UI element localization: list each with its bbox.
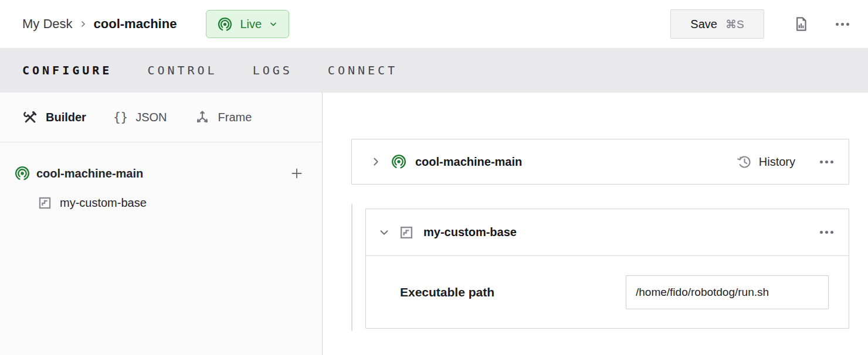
config-mode-tabs: Builder {} JSON Frame [0, 93, 322, 142]
broadcast-icon [217, 16, 233, 32]
broadcast-icon [391, 153, 407, 170]
tab-connect[interactable]: CONNECT [328, 63, 398, 77]
chevron-right-icon [79, 19, 88, 29]
tree-item-machine-part[interactable]: cool-machine-main [0, 159, 322, 188]
hammer-wrench-icon [22, 110, 38, 125]
mode-tab-json[interactable]: {} JSON [113, 110, 167, 124]
history-button-label: History [759, 155, 795, 169]
part-card-menu-button[interactable] [820, 161, 833, 163]
machine-parts-tree: cool-machine-main my-custom-base [0, 142, 322, 217]
machine-nav-tabs: CONFIGURE CONTROL LOGS CONNECT [0, 48, 868, 93]
executable-path-input[interactable] [626, 275, 829, 309]
expand-chevron-right-icon[interactable] [369, 155, 382, 168]
breadcrumb-parent[interactable]: My Desk [22, 16, 73, 32]
mode-tab-frame[interactable]: Frame [194, 109, 252, 125]
machine-report-button[interactable] [792, 15, 810, 33]
mode-tab-json-label: JSON [135, 111, 167, 124]
add-component-button[interactable] [289, 166, 304, 181]
component-card-body: Executable path [366, 256, 849, 328]
config-sidebar: Builder {} JSON Frame [0, 93, 323, 355]
mode-tab-builder[interactable]: Builder [22, 110, 86, 125]
save-shortcut-hint: ⌘S [725, 18, 744, 31]
tab-control[interactable]: CONTROL [147, 63, 217, 77]
configure-content: Builder {} JSON Frame [0, 93, 868, 355]
document-chart-icon [792, 15, 810, 33]
top-header: My Desk cool-machine Live Save ⌘S [0, 0, 868, 48]
component-card-title: my-custom-base [423, 226, 517, 239]
mode-tab-frame-label: Frame [218, 111, 252, 124]
tree-item-label: my-custom-base [60, 196, 147, 210]
collapse-chevron-down-icon[interactable] [378, 226, 391, 239]
ellipsis-icon [836, 23, 849, 26]
tab-logs[interactable]: LOGS [253, 63, 293, 77]
tree-item-label: cool-machine-main [36, 167, 143, 180]
save-button[interactable]: Save ⌘S [670, 9, 764, 39]
header-overflow-menu-button[interactable] [836, 23, 849, 26]
ellipsis-icon [820, 161, 833, 163]
tree-connector-line [351, 204, 352, 331]
frame-axes-icon [194, 109, 211, 125]
live-status-label: Live [240, 18, 262, 31]
broadcast-icon [14, 165, 30, 182]
live-status-dropdown[interactable]: Live [206, 10, 289, 38]
history-button[interactable]: History [737, 154, 795, 170]
base-icon [38, 196, 52, 210]
config-main-panel: cool-machine-main History [323, 93, 868, 355]
breadcrumb-machine-name: cool-machine [94, 16, 177, 32]
tree-item-component[interactable]: my-custom-base [0, 188, 322, 217]
component-card-menu-button[interactable] [820, 231, 833, 234]
tab-configure[interactable]: CONFIGURE [22, 63, 112, 77]
ellipsis-icon [820, 231, 833, 234]
component-card-header: my-custom-base [366, 209, 849, 256]
mode-tab-builder-label: Builder [46, 111, 86, 124]
history-clock-icon [737, 154, 752, 170]
machine-config-page: My Desk cool-machine Live Save ⌘S [0, 0, 868, 355]
base-icon [399, 225, 414, 240]
component-card: my-custom-base Executable path [365, 209, 849, 329]
executable-path-label: Executable path [400, 285, 494, 299]
part-card-title: cool-machine-main [415, 155, 522, 169]
braces-icon: {} [113, 110, 128, 124]
chevron-down-icon [269, 19, 278, 29]
save-button-label: Save [690, 18, 717, 31]
part-card: cool-machine-main History [351, 139, 849, 185]
